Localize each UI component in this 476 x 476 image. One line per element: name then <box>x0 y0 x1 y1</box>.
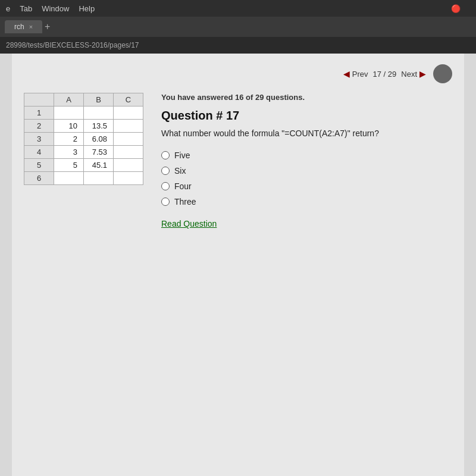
cell-a4: 3 <box>54 146 84 159</box>
spreadsheet-container: A B C 1 2 1 <box>24 93 143 229</box>
cell-c6 <box>114 172 143 185</box>
options-list: Five Six Four Three <box>161 151 446 206</box>
page-info: 17 / 29 <box>373 70 397 79</box>
table-row: 3 2 6.08 <box>24 133 143 146</box>
menu-bar: e Tab Window Help 🔴 <box>0 0 476 17</box>
cell-c3 <box>114 133 143 146</box>
new-tab-button[interactable]: + <box>45 21 50 32</box>
page-wrapper: ◀ Prev 17 / 29 Next ▶ A B C <box>12 54 464 476</box>
browser-tab[interactable]: rch × <box>5 20 42 33</box>
cell-b1 <box>84 107 114 120</box>
read-question-button[interactable]: Read Question <box>161 219 217 228</box>
row-num: 6 <box>24 172 54 185</box>
table-row: 1 <box>24 107 143 120</box>
row-num: 2 <box>24 120 54 133</box>
option-label: Six <box>174 166 186 176</box>
table-row: 5 5 45.1 <box>24 159 143 172</box>
option-label: Five <box>174 151 190 160</box>
cell-c5 <box>114 159 143 172</box>
tab-bar: rch × + <box>0 17 476 37</box>
bluetooth-icon: 🔴 <box>451 4 461 13</box>
url-text: 28998/tests/BIEXCELESS-2016/pages/17 <box>6 41 139 49</box>
cell-a6 <box>54 172 84 185</box>
prev-label[interactable]: Prev <box>352 70 368 79</box>
row-num: 4 <box>24 146 54 159</box>
main-content: ◀ Prev 17 / 29 Next ▶ A B C <box>0 54 476 476</box>
list-item[interactable]: Six <box>161 166 446 176</box>
cell-b2: 13.5 <box>84 120 114 133</box>
row-num: 5 <box>24 159 54 172</box>
spreadsheet-table: A B C 1 2 1 <box>24 93 143 185</box>
question-title: Question # 17 <box>161 109 446 123</box>
cell-c2 <box>114 120 143 133</box>
col-header-empty <box>24 93 54 107</box>
avatar <box>433 64 452 83</box>
tab-label: rch <box>14 23 24 31</box>
tab-close-button[interactable]: × <box>29 23 33 30</box>
col-header-c: C <box>114 93 143 107</box>
prev-arrow-icon[interactable]: ◀ <box>343 69 350 79</box>
next-arrow-icon[interactable]: ▶ <box>419 69 426 79</box>
radio-three[interactable] <box>161 198 170 206</box>
address-bar: 28998/tests/BIEXCELESS-2016/pages/17 <box>0 37 476 54</box>
cell-b3: 6.08 <box>84 133 114 146</box>
cell-a2: 10 <box>54 120 84 133</box>
browser-chrome: e Tab Window Help 🔴 rch × + 28998/tests/… <box>0 0 476 54</box>
radio-six[interactable] <box>161 167 170 175</box>
menu-item-help[interactable]: Help <box>79 4 95 13</box>
menu-item-e[interactable]: e <box>6 4 10 13</box>
nav-row: ◀ Prev 17 / 29 Next ▶ <box>12 60 464 88</box>
cell-b5: 45.1 <box>84 159 114 172</box>
row-num: 3 <box>24 133 54 146</box>
cell-c4 <box>114 146 143 159</box>
table-row: 6 <box>24 172 143 185</box>
cell-a1 <box>54 107 84 120</box>
cell-b4: 7.53 <box>84 146 114 159</box>
row-num: 1 <box>24 107 54 120</box>
cell-a3: 2 <box>54 133 84 146</box>
col-header-a: A <box>54 93 84 107</box>
list-item[interactable]: Five <box>161 151 446 160</box>
cell-a5: 5 <box>54 159 84 172</box>
next-label[interactable]: Next <box>401 70 417 79</box>
question-panel: You have answered 16 of 29 questions. Qu… <box>155 93 452 229</box>
radio-four[interactable] <box>161 182 170 190</box>
option-label: Three <box>174 197 196 206</box>
list-item[interactable]: Four <box>161 181 446 191</box>
list-item[interactable]: Three <box>161 197 446 206</box>
col-header-b: B <box>84 93 114 107</box>
cell-b6 <box>84 172 114 185</box>
pagination-nav: ◀ Prev 17 / 29 Next ▶ <box>343 69 426 79</box>
option-label: Four <box>174 181 192 191</box>
question-body: What number would the formula "=COUNT(A2… <box>161 127 446 140</box>
cell-c1 <box>114 107 143 120</box>
answered-status: You have answered 16 of 29 questions. <box>161 93 446 102</box>
table-row: 2 10 13.5 <box>24 120 143 133</box>
menu-item-window[interactable]: Window <box>42 4 69 13</box>
radio-five[interactable] <box>161 151 170 159</box>
table-row: 4 3 7.53 <box>24 146 143 159</box>
menu-item-tab[interactable]: Tab <box>20 4 32 13</box>
content-layout: A B C 1 2 1 <box>12 93 464 229</box>
